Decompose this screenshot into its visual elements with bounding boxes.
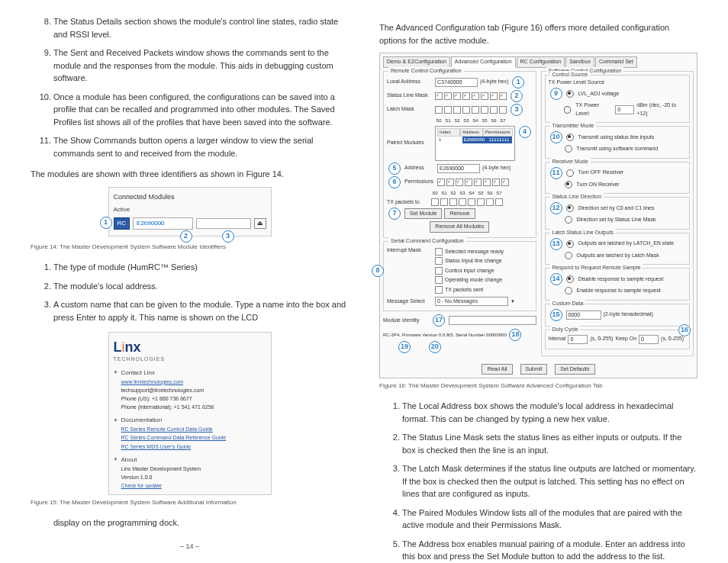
latch-chk[interactable]	[444, 106, 452, 114]
duty-cycle-group: Duty Cycle 16 Interval 0 (s, 0-255) Keep…	[545, 330, 691, 349]
about-head[interactable]: About	[114, 455, 266, 465]
perm-chk[interactable]	[446, 179, 454, 186]
contact-head[interactable]: Contact Linx	[114, 368, 266, 378]
chevron-down-icon[interactable]: ▼	[511, 298, 515, 305]
int-chk[interactable]	[435, 276, 443, 284]
list-item: The Paired Modules Window lists all of t…	[402, 507, 697, 532]
latch-radio-2[interactable]	[565, 252, 572, 259]
status-chk[interactable]	[453, 92, 461, 100]
resp-radio-1[interactable]	[566, 275, 574, 283]
perm-chk[interactable]	[474, 179, 482, 186]
custom-data-input[interactable]: 0000	[566, 310, 601, 320]
status-chk[interactable]	[462, 92, 470, 100]
interval-label: Interval	[549, 335, 566, 343]
tx-power-input[interactable]: 0	[615, 105, 634, 114]
list-item: The Show Commands button opens a larger …	[53, 134, 349, 159]
status-chk[interactable]	[472, 92, 479, 100]
perm-chk[interactable]	[483, 179, 491, 186]
documentation-head[interactable]: Documentation	[114, 416, 266, 425]
remove-button[interactable]: Remove	[444, 208, 475, 220]
tx-chk[interactable]	[486, 198, 494, 206]
tx-chk[interactable]	[477, 198, 485, 206]
tx-chk[interactable]	[449, 198, 457, 206]
local-address-input[interactable]: C3740000	[435, 78, 478, 87]
website-link[interactable]: www.linxtechnologies.com	[121, 379, 184, 384]
latch-chk[interactable]	[453, 106, 461, 114]
rxmode-legend: Receiver Mode	[550, 158, 591, 166]
set-module-button[interactable]: Set Module	[404, 208, 442, 220]
submit-button[interactable]: Submit	[520, 364, 548, 375]
doc-link-1[interactable]: RC Series Remote Control Data Guide	[121, 426, 213, 432]
tab-advanced[interactable]: Advanced Configuration	[451, 56, 516, 68]
txmode-radio-1[interactable]	[566, 134, 574, 141]
tx-chk[interactable]	[468, 198, 475, 206]
read-all-button[interactable]: Read All	[482, 364, 512, 375]
remove-all-button[interactable]: Remove All Modules	[430, 221, 489, 233]
rxmode-radio-1[interactable]	[566, 169, 574, 177]
tx-src-radio-2[interactable]	[564, 106, 572, 114]
interval-input[interactable]: 0	[568, 335, 588, 344]
perm-chk[interactable]	[465, 179, 472, 186]
latch-radio-1[interactable]	[566, 240, 574, 248]
module-identity-input[interactable]	[449, 316, 536, 325]
status-chk[interactable]	[490, 92, 498, 100]
csrc-legend: Control Source	[550, 71, 591, 79]
serial-config-legend: Serial Command Configuration	[388, 237, 466, 246]
custom-legend: Custom Data	[550, 300, 586, 308]
txmode-radio-2[interactable]	[565, 145, 572, 153]
latch-chk[interactable]	[490, 106, 498, 114]
tx-chk[interactable]	[431, 198, 439, 206]
latch-chk[interactable]	[499, 106, 507, 114]
paired-modules-list[interactable]: Index Address Permissions 1 E2690000 111…	[435, 126, 515, 161]
status-chk[interactable]	[499, 92, 507, 100]
tab-sandbox[interactable]: Sandbox	[565, 56, 594, 68]
keepon-input[interactable]: 0	[639, 335, 659, 344]
eject-icon[interactable]: ⏏	[254, 218, 266, 229]
callout-3: 3	[511, 104, 523, 116]
rxmode-radio-2[interactable]	[565, 181, 572, 188]
tx-chk[interactable]	[495, 198, 503, 206]
perm-chk[interactable]	[492, 179, 500, 186]
int-chk[interactable]	[435, 248, 443, 256]
status-chk[interactable]	[435, 92, 443, 100]
logo-subtitle: TECHNOLOGIES	[114, 355, 266, 364]
remote-config-legend: Remote Control Configuration	[388, 67, 464, 76]
custom-name-field[interactable]	[196, 218, 250, 229]
set-defaults-button[interactable]: Set Defaults	[555, 364, 594, 375]
module-address-field[interactable]: E2690000	[133, 217, 193, 230]
cell-address[interactable]: E2690000	[462, 137, 488, 143]
tx-src-label: TX Power Level Source	[549, 79, 687, 87]
tx-src-radio-1[interactable]	[566, 90, 574, 98]
tx-chk[interactable]	[440, 198, 448, 206]
int-chk[interactable]	[435, 286, 443, 294]
resp-radio-2[interactable]	[565, 287, 572, 294]
line-lbl: S5	[477, 190, 485, 197]
perm-chk[interactable]	[501, 179, 509, 186]
perm-chk[interactable]	[437, 179, 445, 186]
tx-chk[interactable]	[459, 198, 466, 206]
latch-chk[interactable]	[472, 106, 479, 114]
sldir-radio-2[interactable]	[565, 216, 572, 224]
status-mask-label: Status Line Mask	[387, 92, 433, 100]
perm-chk[interactable]	[456, 179, 463, 186]
doc-link-2[interactable]: RC Series Command Data Reference Guide	[121, 435, 227, 440]
status-chk[interactable]	[481, 92, 488, 100]
int-chk[interactable]	[435, 257, 443, 265]
msg-select-dropdown[interactable]: 0 - No Messages	[435, 297, 508, 306]
sldir-radio-1[interactable]	[566, 204, 574, 212]
tab-demo[interactable]: Demo & EZConfiguration	[383, 56, 450, 68]
paragraph: The Advanced Configuration tab (Figure 1…	[379, 21, 697, 47]
latch-chk[interactable]	[435, 106, 443, 114]
resp-opt2: Enable response to sample request	[577, 287, 661, 295]
address-input[interactable]: E2690000	[437, 164, 480, 173]
int-chk[interactable]	[435, 267, 443, 275]
int-opt: Operating mode change	[445, 276, 502, 285]
check-update-link[interactable]: Check for update	[121, 483, 162, 488]
latch-chk[interactable]	[481, 106, 488, 114]
tab-commandset[interactable]: Command Set	[595, 56, 637, 68]
latch-chk[interactable]	[462, 106, 470, 114]
status-chk[interactable]	[444, 92, 452, 100]
doc-link-3[interactable]: RC Series MDS User's Guide	[121, 444, 192, 449]
tab-rcconfig[interactable]: RC Configuration	[517, 56, 565, 68]
module-type-badge[interactable]: RC	[114, 217, 130, 230]
